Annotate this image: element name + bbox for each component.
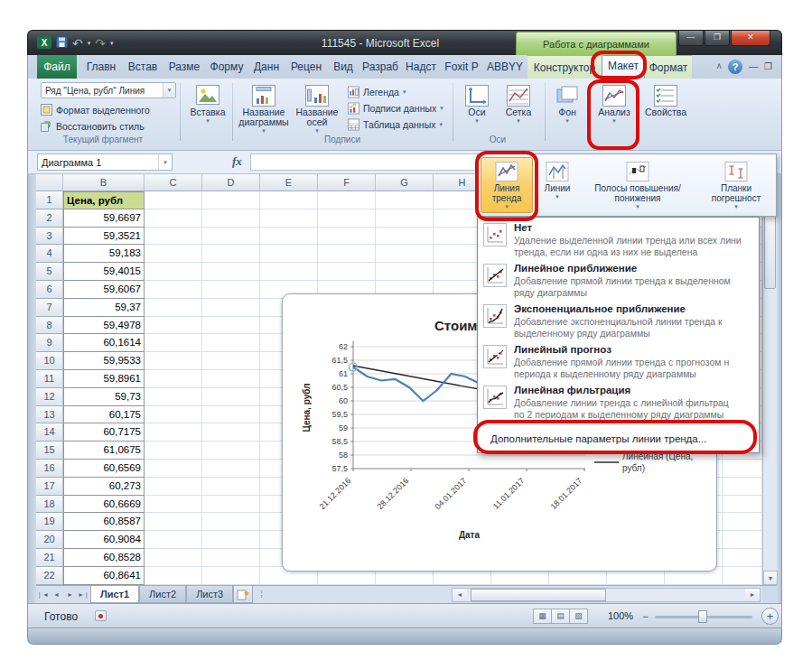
menu-item-none[interactable]: НетУдаление выделенной линии тренда или … [478, 219, 759, 260]
row-header-2[interactable]: 2 [36, 209, 63, 228]
cell-D12[interactable] [202, 388, 260, 406]
cell-G3[interactable] [376, 228, 434, 246]
tab-scroll-splitter[interactable]: ⁞ [260, 590, 263, 600]
cell-E4[interactable] [260, 245, 318, 263]
row-header-9[interactable]: 9 [36, 334, 63, 352]
cell-F5[interactable] [318, 263, 376, 281]
scroll-left-icon[interactable]: ◄ [453, 589, 467, 601]
cell-C14[interactable] [145, 423, 202, 442]
workbook-minimize-icon[interactable]: ― [749, 60, 758, 74]
cell-B10[interactable]: 59,9533 [63, 352, 145, 370]
cell-B2[interactable]: 59,6697 [63, 209, 145, 228]
normal-view-icon[interactable]: ▦ [533, 609, 552, 624]
cell-C11[interactable] [145, 370, 202, 388]
row-header-18[interactable]: 18 [36, 496, 63, 514]
cell-M22[interactable] [723, 567, 762, 585]
cell-E5[interactable] [260, 263, 318, 281]
cell-D17[interactable] [202, 478, 260, 496]
row-header-21[interactable]: 21 [36, 549, 63, 567]
cell-F3[interactable] [318, 228, 376, 246]
cell-B9[interactable]: 60,1614 [63, 334, 145, 352]
column-header-E[interactable]: E [260, 174, 318, 191]
cell-B1[interactable]: Цена, рубл [63, 191, 145, 209]
vertical-scrollbar[interactable]: ▲ ▼ [762, 174, 777, 585]
current-selection-dropdown[interactable]: Ряд "Цена, рубл" Линия ▾ [41, 82, 176, 98]
zoom-in-icon[interactable]: + [761, 608, 779, 625]
column-header-C[interactable]: C [145, 174, 202, 191]
cell-C3[interactable] [145, 228, 202, 246]
cell-B18[interactable]: 60,6669 [63, 496, 145, 514]
cell-D3[interactable] [202, 228, 260, 246]
column-header-F[interactable]: F [318, 174, 376, 191]
cell-D5[interactable] [202, 263, 260, 281]
tab-Встав[interactable]: Встав [123, 55, 163, 79]
help-icon[interactable]: ? [728, 60, 742, 74]
undo-icon[interactable]: ↶ [72, 37, 83, 50]
background-button[interactable]: Фон ▾ [548, 81, 586, 139]
row-header-17[interactable]: 17 [36, 478, 63, 496]
lines-button[interactable]: Линии▾ [535, 157, 580, 213]
name-box[interactable]: Диаграмма 1 ▾ [37, 153, 173, 171]
row-header-8[interactable]: 8 [36, 317, 63, 335]
zoom-level[interactable]: 100% [608, 610, 633, 621]
minimize-ribbon-icon[interactable]: ˄ [716, 60, 722, 74]
cell-G5[interactable] [376, 263, 434, 281]
cell-B16[interactable]: 60,6569 [63, 460, 145, 478]
last-sheet-icon[interactable]: ►❘ [77, 591, 90, 599]
cell-D9[interactable] [202, 334, 260, 352]
zoom-out-icon[interactable]: − [642, 610, 649, 623]
tab-Файл[interactable]: Файл [37, 55, 77, 79]
minimize-button[interactable]: ― [678, 31, 704, 46]
row-header-11[interactable]: 11 [36, 370, 63, 388]
cell-B11[interactable]: 59,8961 [63, 370, 145, 388]
row-header-1[interactable]: 1 [36, 191, 63, 209]
qat-customize-icon[interactable]: ▾ [110, 37, 114, 50]
properties-button[interactable]: Свойства [644, 81, 687, 139]
undo-dropdown-icon[interactable]: ▾ [88, 37, 91, 50]
menu-item-exponential[interactable]: Экспоненциальное приближениеДобавление э… [478, 301, 759, 341]
sheet-tab-Лист3[interactable]: Лист3 [186, 586, 233, 603]
cell-G4[interactable] [376, 245, 434, 263]
row-header-10[interactable]: 10 [36, 352, 63, 370]
cell-C16[interactable] [145, 460, 202, 478]
cell-E3[interactable] [260, 228, 318, 246]
menu-item-moving-average[interactable]: Линейная фильтрацияДобавление линии трен… [478, 382, 759, 423]
cell-D10[interactable] [202, 352, 260, 370]
row-header-7[interactable]: 7 [36, 299, 63, 317]
cell-C10[interactable] [145, 352, 202, 370]
previous-sheet-icon[interactable]: ◄ [50, 591, 63, 598]
analysis-button[interactable]: Анализ ▾ [593, 81, 635, 139]
cell-B21[interactable]: 60,8528 [63, 549, 145, 567]
row-header-20[interactable]: 20 [36, 531, 63, 549]
cell-G2[interactable] [376, 209, 434, 228]
cell-B14[interactable]: 60,7175 [63, 423, 145, 442]
cell-G1[interactable] [376, 191, 434, 209]
cell-M16[interactable] [723, 460, 762, 478]
tab-Надст[interactable]: Надст [401, 55, 441, 79]
axes-button[interactable]: Оси ▾ [458, 81, 496, 139]
cell-F2[interactable] [318, 209, 376, 228]
cell-C22[interactable] [145, 567, 202, 585]
menu-item-linear[interactable]: Линейное приближениеДобавление прямой ли… [478, 260, 759, 301]
data-labels-button[interactable]: Подписи данных ▾ [348, 100, 443, 116]
tab-Форму[interactable]: Форму [206, 55, 247, 79]
cell-E1[interactable] [260, 191, 318, 209]
cell-B22[interactable]: 60,8641 [63, 567, 145, 585]
cell-B7[interactable]: 59,37 [63, 299, 145, 317]
cell-B12[interactable]: 59,73 [63, 388, 145, 406]
page-layout-view-icon[interactable]: ▤ [551, 609, 570, 624]
cell-C21[interactable] [145, 549, 202, 567]
cell-M18[interactable] [723, 496, 762, 514]
cell-B4[interactable]: 59,183 [63, 245, 145, 263]
cell-C20[interactable] [145, 531, 202, 549]
macro-record-icon[interactable] [95, 610, 107, 621]
column-header-G[interactable]: G [376, 174, 434, 191]
row-header-16[interactable]: 16 [36, 460, 63, 478]
insert-function-button[interactable]: fx [232, 154, 242, 169]
sheet-tab-Лист2[interactable]: Лист2 [139, 586, 186, 603]
tab-ABBYY[interactable]: ABBYY [482, 55, 527, 79]
cell-M20[interactable] [723, 531, 762, 549]
updown-bars-button[interactable]: Полосы повышения/понижения▾ [582, 157, 694, 213]
cell-B3[interactable]: 59,3521 [63, 228, 145, 246]
chart-title-button[interactable]: Название диаграммы ▾ [238, 81, 290, 139]
